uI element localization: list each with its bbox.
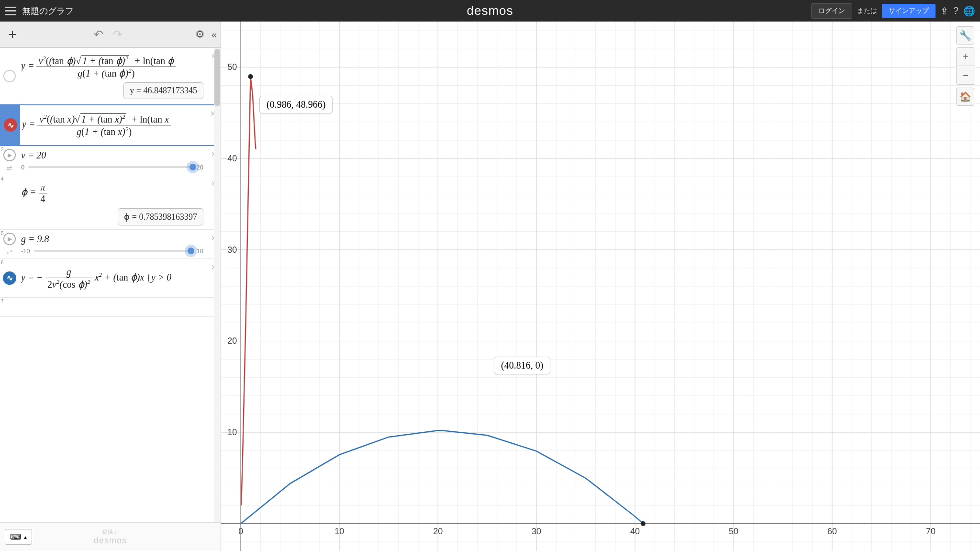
expression-icon-tab[interactable] (0, 175, 19, 229)
chevron-up-icon: ▴ (24, 534, 27, 540)
home-zoom-button[interactable]: 🏠 (956, 88, 974, 106)
zoom-out-button[interactable]: − (957, 66, 975, 84)
expression-row[interactable]: 2 ∿ × y = v2((tan x)1 + (tan x)2 + ln(ta… (0, 104, 221, 146)
svg-text:10: 10 (227, 427, 237, 437)
expression-row[interactable]: 5 ▶ ⇄ × g = 9.8 -10 10 (0, 230, 221, 259)
svg-text:20: 20 (227, 336, 237, 346)
header-right: ログイン または サインアップ ⇪ ? 🌐 (811, 3, 975, 19)
slider-mode-icon[interactable]: ⇄ (7, 164, 12, 172)
svg-text:30: 30 (227, 245, 237, 255)
play-slider-icon[interactable]: ▶ (3, 149, 16, 161)
expression-icon-tab[interactable]: ∿ (0, 259, 19, 298)
expression-panel: + ↶ ↷ ⚙ « × y = v2((tan ϕ)1 + (tan ϕ)2 +… (0, 22, 221, 551)
app-header: 無題のグラフ desmos ログイン または サインアップ ⇪ ? 🌐 (0, 0, 980, 22)
evaluated-value: y = 46.8487173345 (123, 82, 203, 99)
expression-math[interactable]: v = 20 (21, 150, 203, 161)
graph-settings-icon[interactable]: 🔧 (956, 26, 974, 45)
svg-text:10: 10 (334, 527, 344, 536)
zoom-in-button[interactable]: + (957, 48, 975, 66)
expression-math[interactable]: y = v2((tan ϕ)1 + (tan ϕ)2 + ln(tan ϕg(1… (21, 55, 203, 79)
slider-mode-icon[interactable]: ⇄ (7, 248, 12, 256)
expression-icon-tab[interactable]: ▶ ⇄ (0, 146, 19, 175)
keyboard-toggle-button[interactable]: ⌨ ▴ (5, 529, 32, 545)
slider-track[interactable] (28, 166, 192, 168)
header-left: 無題のグラフ (5, 5, 74, 17)
slider-min[interactable]: 0 (21, 164, 24, 171)
expression-math[interactable]: y = v2((tan x)1 + (tan x)2 + ln(tan xg(1… (22, 113, 202, 137)
expression-math[interactable]: g = 9.8 (21, 234, 203, 245)
expression-icon-tab[interactable]: ▶ ⇄ (0, 230, 19, 259)
expression-icon-tab[interactable]: ∿ (1, 105, 20, 145)
expression-icon-tab[interactable] (0, 48, 19, 104)
svg-text:70: 70 (926, 527, 935, 536)
slider-min[interactable]: -10 (21, 247, 30, 255)
svg-text:20: 20 (433, 527, 443, 536)
or-text: または (857, 7, 877, 15)
svg-text:60: 60 (827, 527, 837, 536)
main-area: + ↶ ↷ ⚙ « × y = v2((tan ϕ)1 + (tan ϕ)2 +… (0, 22, 980, 551)
graph-panel[interactable]: 0102030405060701020304050 (0.986, 48.966… (221, 22, 980, 551)
add-expression-button[interactable]: + (4, 26, 21, 43)
graph-controls: 🔧 + − 🏠 (956, 26, 975, 106)
slider-track[interactable] (34, 250, 193, 252)
expression-icon-tab[interactable] (0, 298, 19, 316)
slider[interactable]: -10 10 (21, 247, 203, 255)
expression-row[interactable]: 7 (0, 298, 221, 317)
expression-math[interactable]: y = − g2v2(cos ϕ)2 x2 + (tan ϕ)x {y > 0 (21, 267, 203, 290)
svg-point-97 (641, 521, 646, 526)
function-color-icon[interactable]: ∿ (4, 118, 17, 132)
sidebar-footer: ⌨ ▴ 提供： desmos (0, 522, 221, 551)
expression-row[interactable]: 4 × ϕ = π4 ϕ = 0.785398163397 (0, 175, 221, 230)
expression-list: × y = v2((tan ϕ)1 + (tan ϕ)2 + ln(tan ϕg… (0, 48, 221, 522)
share-icon[interactable]: ⇪ (940, 5, 948, 17)
expression-row[interactable]: 6 ∿ × y = − g2v2(cos ϕ)2 x2 + (tan ϕ)x {… (0, 259, 221, 298)
evaluated-value: ϕ = 0.785398163397 (118, 208, 203, 225)
svg-text:30: 30 (532, 527, 541, 536)
svg-text:0: 0 (238, 527, 243, 536)
point-label: (40.816, 0) (494, 357, 550, 374)
svg-text:40: 40 (630, 527, 640, 536)
settings-gear-icon[interactable]: ⚙ (195, 28, 205, 41)
expression-row[interactable]: × y = v2((tan ϕ)1 + (tan ϕ)2 + ln(tan ϕg… (0, 48, 221, 104)
redo-button[interactable]: ↷ (113, 28, 122, 41)
expression-math[interactable]: ϕ = π4 (21, 182, 203, 204)
language-icon[interactable]: 🌐 (963, 5, 975, 17)
play-slider-icon[interactable]: ▶ (3, 233, 16, 245)
signup-button[interactable]: サインアップ (882, 4, 935, 18)
point-label: (0.986, 48.966) (259, 96, 333, 113)
collapse-panel-icon[interactable]: « (212, 29, 217, 40)
svg-point-96 (248, 74, 253, 79)
svg-text:40: 40 (227, 154, 237, 163)
keyboard-icon: ⌨ (10, 532, 21, 541)
graph-title[interactable]: 無題のグラフ (22, 5, 74, 17)
expression-toolbar: + ↶ ↷ ⚙ « (0, 22, 221, 48)
svg-text:50: 50 (729, 527, 738, 536)
graph-canvas[interactable]: 0102030405060701020304050 (221, 22, 980, 551)
expression-row[interactable]: 3 ▶ ⇄ × v = 20 0 20 (0, 146, 221, 175)
login-button[interactable]: ログイン (811, 3, 852, 19)
footer-brand: 提供： desmos (94, 529, 127, 546)
scrollbar-thumb[interactable] (214, 49, 220, 106)
expression-scrollbar[interactable] (214, 48, 221, 522)
help-icon[interactable]: ? (953, 5, 958, 16)
slider-thumb[interactable] (188, 247, 194, 254)
visibility-circle-icon[interactable] (3, 70, 16, 82)
menu-icon[interactable] (5, 7, 16, 15)
brand-logo: desmos (467, 3, 513, 18)
function-color-icon[interactable]: ∿ (3, 271, 16, 285)
slider[interactable]: 0 20 (21, 164, 203, 171)
slider-thumb[interactable] (189, 164, 196, 170)
svg-text:50: 50 (227, 62, 237, 72)
undo-button[interactable]: ↶ (94, 28, 103, 41)
slider-max[interactable]: 10 (197, 247, 203, 255)
